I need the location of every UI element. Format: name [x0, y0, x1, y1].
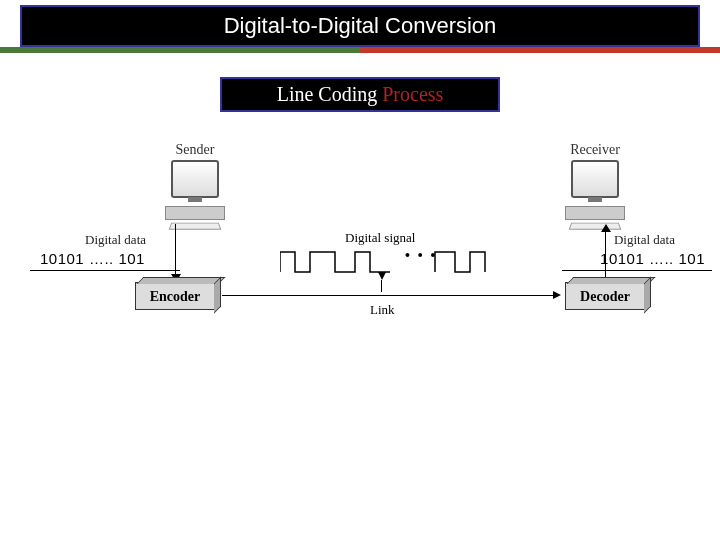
- data-line-right: [562, 270, 712, 271]
- digital-data-label-right: Digital data: [614, 232, 675, 248]
- signal-arrow-shaft: [381, 280, 382, 292]
- digital-signal-label: Digital signal: [345, 230, 415, 246]
- subtitle: Line Coding Process: [220, 77, 500, 112]
- subtitle-highlight: Process: [382, 83, 443, 105]
- accent-stripe: [0, 47, 720, 53]
- digital-data-label-left: Digital data: [85, 232, 146, 248]
- link-line: [222, 295, 557, 296]
- sender-computer: Sender: [150, 142, 240, 230]
- computer-base-icon: [565, 206, 625, 220]
- keyboard-icon: [169, 223, 222, 230]
- binary-stream-right: 10101 ….. 101: [600, 250, 705, 267]
- sender-label: Sender: [150, 142, 240, 158]
- computer-base-icon: [165, 206, 225, 220]
- monitor-icon: [171, 160, 219, 198]
- keyboard-icon: [569, 223, 622, 230]
- page-title: Digital-to-Digital Conversion: [20, 5, 700, 47]
- decoder-box: Decoder: [565, 282, 645, 310]
- signal-arrow-head-icon: [378, 272, 386, 280]
- data-line-left: [30, 270, 180, 271]
- subtitle-prefix: Line Coding: [277, 83, 383, 105]
- encoder-box: Encoder: [135, 282, 215, 310]
- receiver-label: Receiver: [550, 142, 640, 158]
- waveform-ellipsis: • • •: [405, 247, 437, 263]
- link-arrow-icon: [553, 291, 561, 299]
- monitor-icon: [571, 160, 619, 198]
- link-label: Link: [370, 302, 395, 318]
- binary-stream-left: 10101 ….. 101: [40, 250, 145, 267]
- receiver-computer: Receiver: [550, 142, 640, 230]
- line-coding-diagram: Sender Receiver Digital data Digital dat…: [0, 142, 720, 442]
